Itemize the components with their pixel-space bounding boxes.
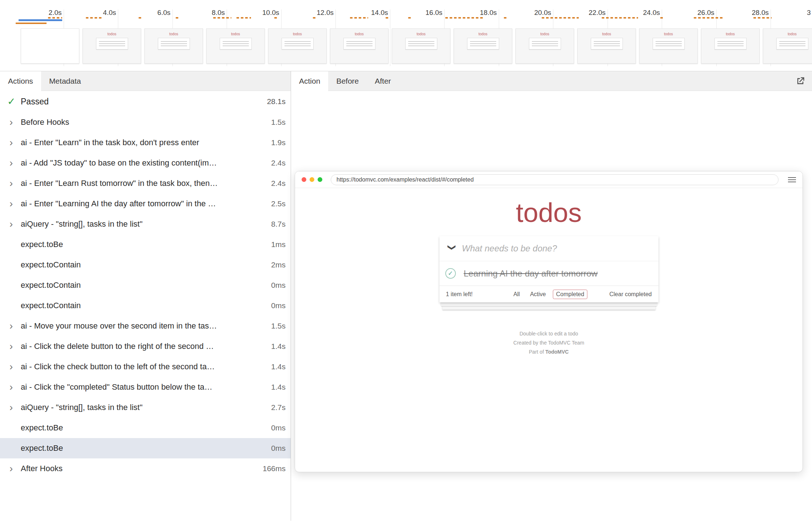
- action-row[interactable]: aiQuery - "string[], tasks in the list"2…: [0, 397, 291, 418]
- chevron-right-icon[interactable]: [9, 219, 21, 229]
- todo-app-card: Learning AI the day after tomorrow 1 ite…: [439, 236, 658, 302]
- action-row[interactable]: expect.toBe1ms: [0, 234, 291, 255]
- items-left-count: 1 item left!: [446, 291, 473, 298]
- action-row[interactable]: Before Hooks1.5s: [0, 112, 291, 132]
- timeline-action-mark: [213, 17, 231, 19]
- action-row[interactable]: ai - Enter "Learn Rust tomorrow" in the …: [0, 173, 291, 194]
- mini-todos-title: todos: [664, 32, 673, 36]
- action-row[interactable]: aiQuery - "string[], tasks in the list"8…: [0, 214, 291, 234]
- todo-completed-check-icon[interactable]: [445, 268, 456, 279]
- filter-all[interactable]: All: [510, 290, 523, 299]
- chevron-right-icon[interactable]: [9, 178, 21, 188]
- tab-after[interactable]: After: [367, 71, 399, 91]
- timeline-action-mark: [236, 17, 251, 19]
- action-label: aiQuery - "string[], tasks in the list": [21, 403, 267, 412]
- chevron-right-icon[interactable]: [9, 321, 21, 331]
- filmstrip-thumbnail[interactable]: todos: [577, 28, 636, 64]
- time-label: 28.0s: [717, 9, 771, 17]
- action-row-selected[interactable]: expect.toBe0ms: [0, 438, 291, 458]
- filmstrip-thumbnail[interactable]: todos: [392, 28, 450, 64]
- chevron-right-icon[interactable]: [9, 158, 21, 168]
- clear-completed-button[interactable]: Clear completed: [609, 291, 652, 298]
- toggle-all-chevron-down-icon[interactable]: [447, 244, 457, 253]
- filter-completed[interactable]: Completed: [553, 290, 587, 299]
- action-row[interactable]: ai - Enter "Learn" in the task box, don'…: [0, 132, 291, 153]
- action-label: expect.toContain: [21, 301, 267, 310]
- action-duration: 1ms: [271, 240, 286, 249]
- traffic-light-minimize: [310, 177, 314, 182]
- chevron-right-icon[interactable]: [9, 382, 21, 392]
- chevron-right-icon[interactable]: [9, 199, 21, 209]
- timeline-scrubber[interactable]: 2.0s 4.0s 6.0s 8.0s 10.0s 12.0s 14.0s 16…: [0, 0, 812, 71]
- tab-before[interactable]: Before: [328, 71, 367, 91]
- todo-item[interactable]: Learning AI the day after tomorrow: [439, 261, 658, 286]
- right-tabbar: Action Before After: [291, 71, 812, 91]
- mini-screenshot: [96, 38, 128, 49]
- action-row[interactable]: expect.toContain2ms: [0, 255, 291, 275]
- timeline-action-mark: [19, 19, 62, 21]
- filmstrip-thumbnail[interactable]: todos: [516, 28, 574, 64]
- chevron-right-icon[interactable]: [9, 138, 21, 148]
- time-label: 26.0s: [662, 9, 717, 17]
- todomvc-brand: TodoMVC: [545, 349, 569, 355]
- mini-todos-title: todos: [602, 32, 611, 36]
- filmstrip-thumbnail[interactable]: todos: [701, 28, 760, 64]
- browser-chrome: https://todomvc.com/examples/react/dist/…: [295, 171, 803, 188]
- browser-window: https://todomvc.com/examples/react/dist/…: [295, 171, 803, 472]
- action-row[interactable]: expect.toBe0ms: [0, 418, 291, 438]
- action-row[interactable]: expect.toContain0ms: [0, 295, 291, 316]
- tab-metadata[interactable]: Metadata: [41, 71, 89, 91]
- time-label: 12.0s: [282, 9, 336, 17]
- action-row[interactable]: ai - Click the check button to the left …: [0, 357, 291, 377]
- status-duration: 28.1s: [267, 97, 286, 106]
- filmstrip-thumbnail[interactable]: todos: [330, 28, 389, 64]
- url-bar[interactable]: https://todomvc.com/examples/react/dist/…: [331, 174, 779, 185]
- action-row[interactable]: After Hooks166ms: [0, 458, 291, 479]
- filmstrip-thumbnail[interactable]: todos: [763, 28, 812, 64]
- action-duration: 2.4s: [271, 179, 286, 188]
- action-label: expect.toBe: [21, 444, 267, 453]
- timeline-action-mark: [694, 17, 724, 19]
- filmstrip-thumbnail[interactable]: [21, 28, 79, 64]
- action-row[interactable]: ai - Add "JS today" to base on the exist…: [0, 153, 291, 173]
- mini-todos-title: todos: [478, 32, 487, 36]
- tab-actions[interactable]: Actions: [0, 71, 41, 91]
- time-label: 14.0s: [336, 9, 390, 17]
- mini-screenshot: [529, 38, 561, 49]
- chevron-right-icon[interactable]: [9, 117, 21, 127]
- todo-text: Learning AI the day after tomorrow: [464, 269, 598, 279]
- action-row[interactable]: ai - Click the delete button to the righ…: [0, 336, 291, 357]
- filmstrip-thumbnail[interactable]: todos: [268, 28, 327, 64]
- action-row[interactable]: ai - Enter "Learning AI the day after to…: [0, 194, 291, 214]
- chevron-right-icon[interactable]: [9, 402, 21, 413]
- timeline-action-mark: [139, 17, 143, 19]
- filmstrip-thumbnail[interactable]: todos: [206, 28, 265, 64]
- open-external-icon[interactable]: [795, 76, 805, 86]
- action-label: ai - Enter "Learning AI the day after to…: [21, 199, 267, 208]
- action-row[interactable]: ai - Click the "completed" Status button…: [0, 377, 291, 397]
- time-label: 10.0s: [227, 9, 282, 17]
- action-row[interactable]: ai - Move your mouse over the second ite…: [0, 316, 291, 336]
- traffic-light-close: [302, 177, 306, 182]
- tab-action[interactable]: Action: [291, 71, 328, 91]
- timeline-action-mark: [504, 17, 508, 19]
- time-label: 4.0s: [64, 9, 119, 17]
- action-duration: 8.7s: [271, 220, 286, 228]
- filmstrip-thumbnail[interactable]: todos: [144, 28, 203, 64]
- chevron-right-icon[interactable]: [9, 341, 21, 351]
- timeline-action-mark: [408, 17, 412, 19]
- chevron-right-icon[interactable]: [9, 464, 21, 474]
- filmstrip-thumbnail[interactable]: todos: [639, 28, 698, 64]
- time-label: 24.0s: [608, 9, 662, 17]
- action-label: aiQuery - "string[], tasks in the list": [21, 219, 267, 229]
- action-row[interactable]: expect.toContain0ms: [0, 275, 291, 295]
- test-status-row: Passed 28.1s: [0, 91, 291, 112]
- chevron-right-icon[interactable]: [9, 362, 21, 372]
- new-todo-row: [439, 236, 658, 261]
- hamburger-menu-icon[interactable]: [788, 176, 796, 184]
- action-label: ai - Click the delete button to the righ…: [21, 342, 267, 351]
- new-todo-input[interactable]: [456, 243, 658, 254]
- filmstrip-thumbnail[interactable]: todos: [83, 28, 141, 64]
- filter-active[interactable]: Active: [527, 290, 549, 299]
- filmstrip-thumbnail[interactable]: todos: [454, 28, 512, 64]
